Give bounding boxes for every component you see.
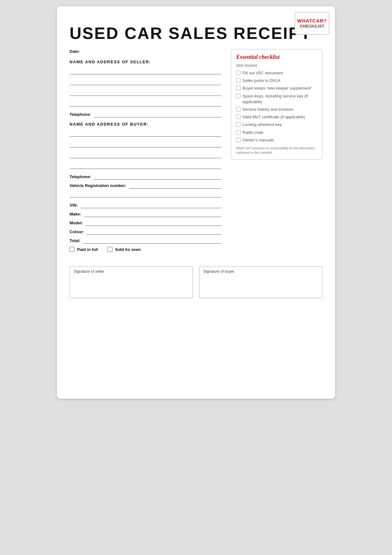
paid-in-full-label: Paid in full [77,247,98,252]
checklist-item-text-1: Fill out V5C document [242,70,283,76]
checklist-item-text-5: Service history and invoices [242,107,293,112]
checklist-checkbox-5[interactable] [236,107,241,111]
checklist-item-text-4: Spare keys, including service key (if ap… [242,93,317,105]
checklist-item-7[interactable]: Locking wheelnut key [236,122,317,128]
buyer-signature-label: Signature of buyer [203,269,318,274]
sold-as-seen-label: Sold As seen [115,247,141,252]
checklist-item-text-7: Locking wheelnut key [242,122,282,128]
buyer-address-line-1[interactable] [70,130,221,137]
tick-boxes-label: (tick boxes) [236,63,317,68]
vrn-field: Vehicle Registration number: [70,182,221,189]
checklist-checkbox-7[interactable] [236,122,241,127]
checklist-checkbox-4[interactable] [236,94,241,98]
checklist-item-text-6: Valid MoT certificate (if applicable) [242,114,305,120]
checklist-item-6[interactable]: Valid MoT certificate (if applicable) [236,114,317,120]
checklist-checkbox-8[interactable] [236,130,241,134]
checklist-item-5[interactable]: Service history and invoices [236,107,317,112]
model-field: Model: [70,219,221,226]
checklist-title: Essential checklist [236,54,317,60]
colour-label: Colour: [70,229,84,235]
page-title: USED CAR SALES RECEIPT [57,6,335,49]
checklist-item-9[interactable]: Owner's manuals [236,137,317,143]
buyer-telephone-input[interactable] [94,173,221,180]
right-column: Essential checklist (tick boxes) Fill ou… [231,49,322,257]
sold-as-seen-option[interactable]: Sold As seen [107,247,141,252]
seller-signature-box[interactable]: Signature of seller [70,266,193,298]
checklist-prefix: CHECK [300,24,314,28]
payment-options: Paid in full Sold As seen [70,247,221,252]
seller-telephone-input[interactable] [94,110,221,117]
left-column: Date: NAME AND ADDRESS OF SELLER: Teleph… [70,49,221,257]
date-label: Date: [70,49,221,54]
seller-section-label: NAME AND ADDRESS OF SELLER: [70,59,221,64]
model-label: Model: [70,221,83,226]
seller-address-line-3[interactable] [70,89,221,96]
buyer-address-line-4[interactable] [70,162,221,169]
buyer-telephone-label: Telephone: [70,174,91,180]
vrn-input[interactable] [129,182,221,189]
colour-input[interactable] [87,228,221,235]
checklist-item-text-9: Owner's manuals [242,137,274,143]
checklist-item-8[interactable]: Radio code [236,130,317,135]
checklist-checkbox-3[interactable] [236,86,241,90]
checklist-logo-text: CHECK/LIST [300,24,324,28]
seller-telephone-label: Telephone: [70,112,91,117]
sold-as-seen-checkbox[interactable] [107,247,113,252]
total-input[interactable] [83,237,221,244]
checklist-item-text-3: Buyer keeps 'new keeper supplement' [242,85,312,91]
make-input[interactable] [84,210,221,217]
logo-box: WHATCAR? CHECK/LIST [295,12,329,35]
whatcar-logo-text: WHATCAR? [297,18,327,24]
checklist-item-text-8: Radio code [242,130,263,135]
model-input[interactable] [85,219,221,226]
vin-label: VIN: [70,203,78,208]
page: WHATCAR? CHECK/LIST USED CAR SALES RECEI… [57,6,335,399]
checklist-checkbox-6[interactable] [236,115,241,119]
seller-telephone-field: Telephone: [70,110,221,117]
buyer-address-line-3[interactable] [70,151,221,158]
checklist-item-4[interactable]: Spare keys, including service key (if ap… [236,93,317,105]
colour-field: Colour: [70,228,221,235]
vrn-extra-line[interactable] [70,190,221,197]
total-field: Total: [70,237,221,244]
buyer-section-label: NAME AND ADDRESS OF BUYER: [70,122,221,127]
checklist-checkbox-2[interactable] [236,78,241,83]
vrn-label: Vehicle Registration number: [70,183,126,189]
paid-in-full-checkbox[interactable] [70,247,75,252]
total-label: Total: [70,238,80,244]
make-label: Make: [70,212,81,217]
checklist-item-text-2: Seller posts to DVLA [242,78,280,84]
checklist-item-2[interactable]: Seller posts to DVLA [236,78,317,84]
checklist-suffix: LIST [315,24,324,28]
checklist-box: Essential checklist (tick boxes) Fill ou… [231,49,322,160]
checklist-disclaimer: What Car? assumes no responsibility for … [236,146,317,155]
make-field: Make: [70,210,221,217]
signatures-area: Signature of seller Signature of buyer [57,266,335,308]
seller-address-line-4[interactable] [70,100,221,107]
seller-signature-label: Signature of seller [74,269,189,274]
checklist-item-3[interactable]: Buyer keeps 'new keeper supplement' [236,85,317,91]
seller-address-line-2[interactable] [70,78,221,85]
buyer-telephone-field: Telephone: [70,173,221,180]
vin-input[interactable] [80,201,221,208]
buyer-address-line-2[interactable] [70,140,221,147]
vin-field: VIN: [70,201,221,208]
checklist-item-1[interactable]: Fill out V5C document [236,70,317,76]
buyer-signature-box[interactable]: Signature of buyer [199,266,322,298]
content-area: Date: NAME AND ADDRESS OF SELLER: Teleph… [57,49,335,263]
checklist-checkbox-9[interactable] [236,138,241,142]
seller-address-line-1[interactable] [70,67,221,74]
checklist-checkbox-1[interactable] [236,71,241,75]
paid-in-full-option[interactable]: Paid in full [70,247,98,252]
logo-area: WHATCAR? CHECK/LIST [295,12,329,35]
